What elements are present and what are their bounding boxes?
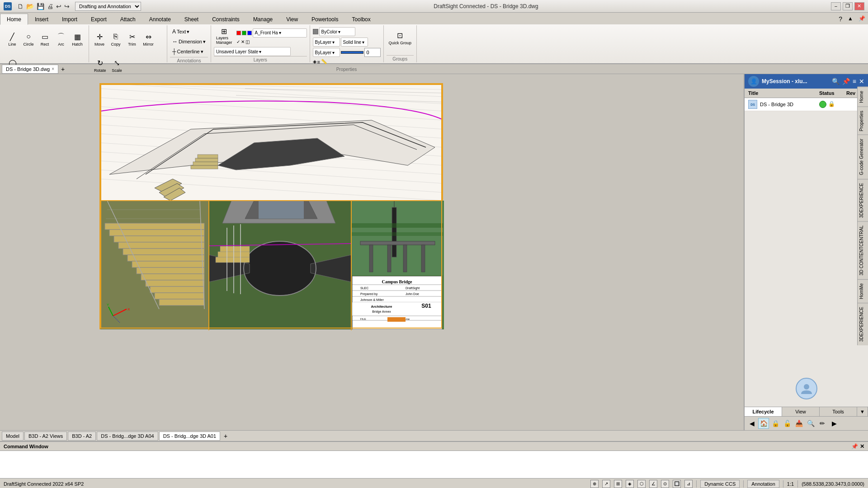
line-tool[interactable]: ╱ Line — [5, 26, 20, 52]
text-tool[interactable]: A Text ▾ — [170, 27, 208, 36]
snap-icon-5[interactable]: ⬡ — [637, 480, 646, 488]
snap-icon-8[interactable]: 🔲 — [673, 480, 681, 488]
ribbon-help[interactable]: ? — [836, 14, 845, 24]
color-select[interactable]: ByColor ▾ — [319, 27, 355, 36]
solid-line-select[interactable]: Solid line ▾ — [341, 38, 368, 47]
layer-state-select[interactable]: Unsaved Layer State ▾ — [214, 47, 291, 56]
copy-tool[interactable]: ⎘ Copy — [108, 26, 123, 52]
snap-icon-4[interactable]: ◈ — [626, 480, 634, 488]
panel-back-btn[interactable]: ◀ — [746, 418, 757, 429]
command-pin-btn[interactable]: 📌 — [851, 443, 858, 450]
tab-sheet[interactable]: Sheet — [178, 14, 205, 24]
dimension-tool[interactable]: ↔ Dimension ▾ — [170, 37, 208, 46]
drawing-viewport[interactable]: Campus Bridge SLEC DraftSight Prepared b… — [99, 83, 443, 329]
doc-tab-active[interactable]: DS - Bridge 3D.dwg × — [2, 65, 58, 74]
tab-home[interactable]: Home — [0, 14, 28, 25]
ribbon-collapse[interactable]: ▲ — [845, 14, 856, 24]
tab-insert[interactable]: Insert — [28, 14, 55, 24]
panel-close-btn[interactable]: ✕ — [859, 78, 864, 85]
tab-import[interactable]: Import — [55, 14, 84, 24]
panel-home-btn[interactable]: 🏠 — [758, 418, 769, 429]
mirror-tool[interactable]: ⇔ Mirror — [141, 26, 156, 52]
lineweight-value[interactable] — [364, 48, 381, 57]
linetype-select[interactable]: ByLayer ▾ — [313, 38, 340, 47]
command-content[interactable] — [0, 451, 868, 478]
lifecycle-tab-lifecycle[interactable]: Lifecycle — [745, 407, 782, 416]
sheet-tab-b3d-a2[interactable]: B3D - A2 — [68, 432, 96, 441]
restore-button[interactable]: ❐ — [843, 2, 853, 10]
side-tab-3dcc[interactable]: 3D CONTENTCENTRAL — [858, 221, 868, 279]
snap-icon-3[interactable]: ⊞ — [614, 480, 622, 488]
panel-lock-btn[interactable]: 🔒 — [770, 418, 781, 429]
sheet-add-btn[interactable]: + — [221, 432, 230, 441]
annotation-btn[interactable]: Annotation — [747, 480, 779, 488]
panel-unlock-btn[interactable]: 🔓 — [782, 418, 793, 429]
dynamic-ccs-btn[interactable]: Dynamic CCS — [700, 480, 740, 488]
side-tab-gcode[interactable]: G-code Generator — [858, 135, 868, 179]
ribbon-pin[interactable]: 📌 — [856, 14, 868, 24]
side-tab-homme[interactable]: HomMe — [858, 279, 868, 303]
panel-search-btn[interactable]: 🔍 — [832, 78, 840, 85]
tab-annotate[interactable]: Annotate — [142, 14, 178, 24]
measure-btn[interactable]: 📏 — [321, 59, 327, 65]
lifecycle-tab-tools[interactable]: Tools — [820, 407, 857, 416]
quick-group-btn[interactable]: ⊡ Quick Group — [387, 26, 414, 49]
tab-manage[interactable]: Manage — [246, 14, 279, 24]
hatch-tool[interactable]: ▦ Hatch — [70, 26, 85, 52]
svg-text:Bridge Annex: Bridge Annex — [372, 310, 391, 314]
panel-zoom-btn[interactable]: 🔍 — [805, 418, 816, 429]
tab-powertools[interactable]: Powertools — [305, 14, 345, 24]
sheet-tab-a01[interactable]: DS - Bridg...dge 3D A01 — [159, 432, 220, 441]
lifecycle-tab-more[interactable]: ▼ — [857, 407, 868, 416]
layers-manager-btn[interactable]: ⊞ LayersManager — [214, 26, 235, 45]
rectangle-tool[interactable]: ▭ Rect — [37, 26, 52, 52]
snap-icon-9[interactable]: ⊿ — [684, 480, 693, 488]
match-props-btn[interactable]: ◈ — [313, 59, 316, 65]
redo-btn[interactable]: ↪ — [63, 3, 71, 10]
tab-toolbox[interactable]: Toolbox — [345, 14, 377, 24]
panel-row-ds-bridge[interactable]: DS DS - Bridge 3D 🔒 — [745, 98, 868, 111]
undo-btn[interactable]: ↩ — [55, 3, 62, 10]
lineweight-select[interactable]: ByLayer ▾ — [313, 48, 340, 57]
close-button[interactable]: ✕ — [854, 2, 864, 10]
new-tab-button[interactable]: + — [58, 65, 67, 74]
side-tab-3dexp2[interactable]: 3DEXPERIENCE — [858, 303, 868, 345]
sheet-tab-b3d-a2-views[interactable]: B3D - A2 Views — [24, 432, 67, 441]
open-btn[interactable]: 📂 — [25, 3, 35, 10]
new-btn[interactable]: 🗋 — [16, 3, 24, 10]
snap-icon-1[interactable]: ⊕ — [590, 480, 599, 488]
side-tab-home[interactable]: Home — [858, 87, 868, 107]
minimize-button[interactable]: − — [831, 2, 841, 10]
current-layer-select[interactable]: A_Front Ha ▾ — [253, 28, 307, 38]
snap-icon-7[interactable]: ⊙ — [661, 480, 669, 488]
tab-view[interactable]: View — [279, 14, 305, 24]
polyline-tool[interactable]: ⌒ Arc — [53, 26, 69, 52]
quick-access-toolbar: 🗋 📂 💾 🖨 ↩ ↪ — [14, 3, 72, 10]
list-btn[interactable]: ≡ — [317, 59, 320, 65]
command-close-btn[interactable]: ✕ — [860, 443, 864, 450]
save-btn[interactable]: 💾 — [36, 3, 45, 10]
tab-attach[interactable]: Attach — [113, 14, 142, 24]
side-tab-properties[interactable]: Properties — [858, 107, 868, 135]
panel-menu-btn[interactable]: ≡ — [853, 78, 856, 85]
circle-tool[interactable]: ○ Circle — [21, 26, 36, 52]
tab-constraints[interactable]: Constraints — [205, 14, 246, 24]
panel-download-btn[interactable]: 📥 — [793, 418, 804, 429]
canvas-area[interactable]: Campus Bridge SLEC DraftSight Prepared b… — [0, 74, 744, 430]
panel-edit-btn[interactable]: ✏ — [817, 418, 828, 429]
side-tab-3dexp[interactable]: 3DEXPERIENCE — [858, 179, 868, 221]
centerline-tool[interactable]: ┼ Centerline ▾ — [170, 47, 208, 56]
tab-export[interactable]: Export — [84, 14, 113, 24]
snap-icon-2[interactable]: ↗ — [602, 480, 610, 488]
print-btn[interactable]: 🖨 — [46, 3, 54, 10]
panel-pin-btn[interactable]: 📌 — [842, 78, 850, 85]
trim-tool[interactable]: ✂ Trim — [124, 26, 140, 52]
doc-tab-close[interactable]: × — [52, 66, 54, 71]
lifecycle-tab-view[interactable]: View — [782, 407, 820, 416]
sheet-tab-a04[interactable]: DS - Bridg...dge 3D A04 — [97, 432, 158, 441]
panel-forward-btn[interactable]: ▶ — [829, 418, 840, 429]
workspace-selector[interactable]: Drafting and Annotation — [75, 2, 141, 11]
move-tool[interactable]: ✛ Move — [92, 26, 107, 52]
sheet-tab-model[interactable]: Model — [2, 432, 24, 441]
snap-icon-6[interactable]: ∠ — [649, 480, 657, 488]
